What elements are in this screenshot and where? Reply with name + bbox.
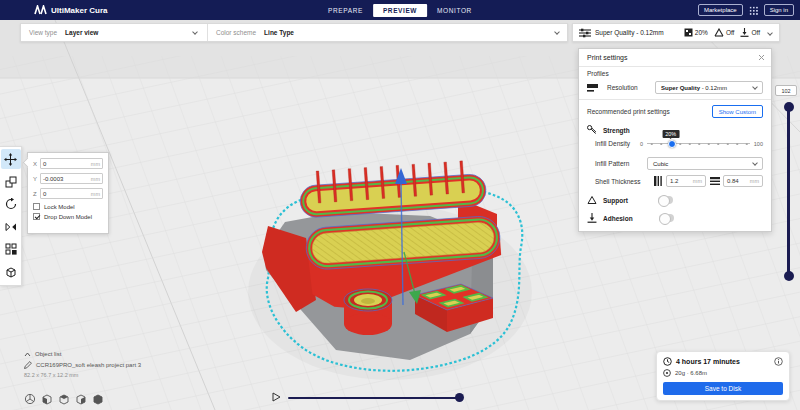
ultimaker-logo: [34, 5, 47, 15]
y-position-input[interactable]: -0.0003 mm: [40, 173, 103, 184]
profiles-label: Profiles: [587, 70, 609, 77]
scale-tool-button[interactable]: [1, 172, 21, 192]
infill-density-label: Infill Density: [595, 140, 630, 147]
stage-tabs: PREPARE PREVIEW MONITOR: [318, 0, 482, 20]
object-list: Object list CCR169PRO_soft eleash projec…: [24, 351, 141, 382]
object-list-item[interactable]: CCR169PRO_soft eleash project part 3: [24, 361, 141, 369]
simulation-play-button[interactable]: [272, 392, 281, 402]
lock-model-checkbox[interactable]: [33, 203, 40, 210]
tool-sidebar: [0, 146, 22, 286]
layer-slider-track[interactable]: [787, 107, 790, 277]
object-list-title: Object list: [35, 351, 61, 357]
summary-infill: 20%: [695, 29, 708, 36]
wall-thickness-input[interactable]: 1.2 mm: [666, 175, 706, 187]
infill-icon: [684, 28, 693, 37]
chevron-down-icon: [767, 30, 773, 36]
simulation-slider-handle[interactable]: [455, 393, 464, 402]
move-tool-button[interactable]: [1, 149, 21, 169]
divider: [579, 66, 771, 67]
marketplace-button[interactable]: Marketplace: [698, 4, 743, 16]
recommended-label: Recommended print settings: [587, 108, 670, 115]
infill-density-handle[interactable]: [668, 140, 676, 148]
divider: [579, 99, 771, 100]
simulation-slider-track[interactable]: [288, 397, 460, 400]
show-custom-button[interactable]: Show Custom: [712, 105, 763, 118]
view-3d-icon[interactable]: [24, 393, 36, 405]
move-tool-panel: X 0 mm Y -0.0003 mm Z 0 mm Lock Model: [27, 152, 109, 234]
chevron-down-icon: [554, 29, 560, 35]
sign-in-button[interactable]: Sign in: [764, 4, 794, 16]
drop-down-model-checkbox[interactable]: [33, 213, 40, 220]
per-model-settings-button[interactable]: [1, 239, 21, 259]
wall-thickness-icon: [654, 176, 663, 186]
strength-title: Strength: [603, 127, 630, 134]
support-icon: [714, 28, 724, 37]
view-toolbar: View type Layer view Color scheme Line T…: [20, 23, 568, 42]
support-label: Support: [603, 197, 628, 204]
chevron-down-icon: [192, 29, 198, 35]
view-right-icon[interactable]: [92, 393, 104, 405]
adhesion-toggle[interactable]: [659, 214, 674, 222]
print-time: 4 hours 17 minutes: [676, 358, 740, 365]
mirror-tool-button[interactable]: [1, 217, 21, 237]
print-settings-panel: Print settings Profiles Resolution Super…: [578, 48, 772, 232]
summary-adhesion: Off: [751, 29, 760, 36]
object-list-header[interactable]: Object list: [24, 351, 141, 357]
lock-model-label: Lock Model: [44, 204, 75, 210]
print-settings-title: Print settings: [587, 54, 627, 61]
color-scheme-value: Line Type: [264, 29, 294, 36]
view-type-dropdown[interactable]: View type Layer view: [21, 24, 207, 41]
print-job-card: 4 hours 17 minutes 20g · 6.68m Save to D…: [656, 351, 790, 401]
resolution-icon: [587, 83, 598, 92]
adhesion-icon: [740, 28, 749, 37]
resolution-dropdown[interactable]: Super Quality - 0.12mm: [655, 81, 763, 94]
infill-density-slider[interactable]: 0 20% 100: [640, 141, 763, 147]
tab-preview[interactable]: PREVIEW: [373, 4, 427, 17]
topbar-right: Marketplace Sign in: [698, 4, 794, 16]
resolution-label: Resolution: [607, 84, 638, 91]
view-top-icon[interactable]: [58, 393, 70, 405]
resolution-value: Super Quality - 0.12mm: [661, 85, 727, 91]
top-bottom-thickness-input[interactable]: 0.84 mm: [723, 175, 763, 187]
chevron-down-icon: [752, 84, 758, 90]
color-scheme-dropdown[interactable]: Color scheme Line Type: [208, 24, 567, 41]
cura-app: UltiMaker Cura PREPARE PREVIEW MONITOR M…: [0, 0, 800, 410]
apps-grid-icon[interactable]: [749, 6, 758, 15]
save-to-disk-button[interactable]: Save to Disk: [663, 382, 783, 395]
x-position-input[interactable]: 0 mm: [40, 158, 103, 169]
infill-pattern-dropdown[interactable]: Cubic: [647, 157, 763, 170]
app-title: UltiMaker Cura: [51, 6, 107, 15]
rotate-tool-button[interactable]: [1, 194, 21, 214]
support-blocker-button[interactable]: [1, 262, 21, 282]
chevron-up-icon: [24, 352, 31, 357]
drop-down-model-label: Drop Down Model: [44, 214, 92, 220]
brand: UltiMaker Cura: [34, 5, 107, 15]
support-icon: [587, 195, 597, 205]
top-bottom-thickness-icon: [710, 177, 720, 186]
material-spool-icon: [663, 369, 671, 377]
x-label: X: [33, 161, 40, 167]
shell-thickness-label: Shell Thickness: [595, 178, 640, 185]
view-left-icon[interactable]: [75, 393, 87, 405]
tab-prepare[interactable]: PREPARE: [318, 3, 373, 18]
tab-monitor[interactable]: MONITOR: [427, 3, 482, 18]
close-icon[interactable]: [758, 54, 765, 61]
infill-density-tooltip: 20%: [662, 130, 679, 138]
z-position-input[interactable]: 0 mm: [40, 188, 103, 199]
camera-view-buttons: [24, 393, 104, 405]
z-label: Z: [33, 191, 40, 197]
support-toggle[interactable]: [658, 196, 673, 204]
summary-profile: Super Quality - 0.12mm: [595, 29, 664, 36]
view-front-icon[interactable]: [41, 393, 53, 405]
layer-number-badge: 102: [775, 85, 797, 96]
view-type-label: View type: [29, 29, 57, 36]
adhesion-label: Adhesion: [603, 215, 633, 222]
print-setup-summary[interactable]: Super Quality - 0.12mm 20% Off Off: [572, 23, 780, 42]
chevron-down-icon: [752, 160, 758, 166]
top-bar: UltiMaker Cura PREPARE PREVIEW MONITOR M…: [0, 0, 800, 20]
layer-slider-bottom-handle[interactable]: [784, 271, 794, 281]
layer-slider-top-handle[interactable]: [784, 102, 794, 112]
color-scheme-label: Color scheme: [216, 29, 256, 36]
clock-icon: [663, 357, 672, 366]
info-icon[interactable]: [774, 357, 783, 366]
